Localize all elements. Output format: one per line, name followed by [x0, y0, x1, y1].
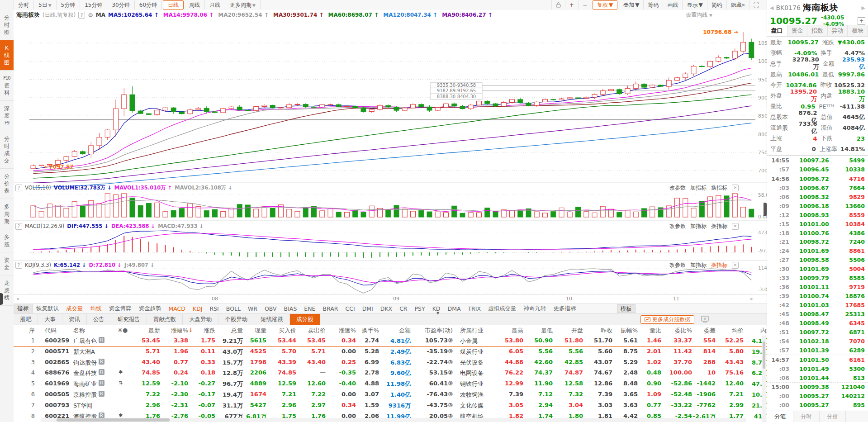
tick-tab-分笔[interactable]: 分笔 — [767, 411, 793, 422]
period-tab-周线[interactable]: 周线 — [185, 0, 205, 9]
col-header-所属行业[interactable]: 所属行业 — [460, 327, 484, 335]
tool-button-zoom-in[interactable]: + — [565, 0, 578, 9]
col-header-委比%[interactable]: 委比% — [675, 327, 692, 335]
tab-indicator-更多指标[interactable]: 更多指标 — [550, 305, 580, 313]
help-icon[interactable]: ? — [15, 223, 22, 230]
close-indicator-icon[interactable]: ✕ — [732, 185, 739, 191]
table-row-000505[interactable]: 6000505京粮控股R7.22-2.30-0.1719.4万16747.217… — [14, 389, 767, 400]
scroll-left-icon[interactable]: « — [16, 296, 19, 302]
collapse-caret-icon[interactable]: ▼ — [436, 311, 439, 315]
tick-row[interactable]: :0310101.495300 — [767, 364, 868, 373]
tab-indicator-DMI[interactable]: DMI — [359, 305, 377, 312]
col-header-最新[interactable]: 最新 — [148, 327, 160, 335]
kline-chart[interactable]: 10500.0010000.009500.009000.008500.00800… — [14, 10, 767, 295]
tool-button-显示[interactable]: 显示▼ — [682, 0, 707, 9]
help-icon[interactable]: ? — [15, 185, 22, 191]
tab-indicator-MACD[interactable]: MACD — [165, 305, 189, 312]
tool-button-筹码[interactable]: 筹码 — [643, 0, 663, 9]
tick-row[interactable]: 14:5510097.265499 — [767, 156, 868, 165]
tool-button-zoom-out[interactable]: − — [578, 0, 591, 9]
col-header-最高[interactable]: 最高 — [512, 327, 523, 335]
tab-indicator-BRAR[interactable]: BRAR — [319, 305, 342, 312]
tab-news-大盘异动[interactable]: 大盘异动 — [183, 314, 218, 325]
control-加指标[interactable]: 加指标 — [690, 261, 707, 269]
control-加指标[interactable]: 加指标 — [690, 184, 707, 192]
tick-row[interactable]: :0010095.27895 — [767, 401, 868, 410]
col-header-均价[interactable]: 均价 — [732, 327, 744, 335]
tool-button-fullscreen[interactable] — [749, 0, 763, 9]
control-换指标[interactable]: 换指标 — [711, 223, 727, 230]
col-header-金额[interactable]: 金额 — [399, 327, 411, 335]
tick-row[interactable]: :4210101.0317685 — [767, 301, 868, 310]
col-header-marks[interactable]: ※● — [118, 327, 128, 333]
tab-news-股吧[interactable]: 股吧 — [14, 314, 38, 325]
col-header-code[interactable]: 代码 — [45, 327, 57, 335]
table-row-688676[interactable]: 4688676金盘科技R✱74.850.240.1812.8万220674.85… — [14, 368, 767, 379]
period-tab-60分钟[interactable]: 60分钟 — [135, 0, 162, 9]
table-row-600259[interactable]: 1600259广晟有色R53.453.381.759.21万561553.445… — [14, 336, 767, 347]
tab-template[interactable]: 模板 — [617, 304, 636, 313]
help-icon[interactable]: ? — [15, 262, 22, 269]
tool-button-隐藏»[interactable]: 隐藏» — [726, 0, 749, 9]
tab-indicator-CR[interactable]: CR — [396, 305, 411, 312]
sidebar-collapse-handle[interactable] — [0, 293, 3, 305]
tab-indicator-OBV[interactable]: OBV — [261, 305, 280, 312]
tab-indicator-BOLL[interactable]: BOLL — [223, 305, 244, 312]
col-header-昨收[interactable]: 昨收 — [601, 327, 612, 335]
tab-news-资讯[interactable]: 资讯 — [62, 314, 87, 325]
table-horizontal-scrollbar[interactable] — [41, 418, 746, 422]
tick-row[interactable]: :0310096.677664 — [767, 183, 868, 192]
col-header-开盘[interactable]: 开盘 — [571, 327, 583, 335]
col-header-买入价[interactable]: 买入价 — [279, 327, 296, 335]
tick-row[interactable]: 14:5710101.506161 — [767, 355, 868, 364]
tab-indicator-成交量[interactable]: 成交量 — [62, 305, 87, 313]
col-header-最低[interactable]: 最低 — [541, 327, 553, 335]
tick-row[interactable]: :2410101.698861 — [767, 247, 868, 256]
tool-button-叠加[interactable]: 叠加▼ — [619, 0, 643, 9]
table-vertical-scrollbar[interactable] — [762, 336, 766, 422]
tab-indicator-DMA[interactable]: DMA — [444, 305, 465, 312]
tab-indicator-ENE[interactable]: ENE — [300, 305, 319, 312]
prev-stock-arrow[interactable]: ◀ — [770, 5, 773, 11]
tick-row[interactable]: :4810098.496345 — [767, 318, 868, 327]
close-indicator-icon[interactable]: ✕ — [732, 262, 739, 269]
tab-news-大事[interactable]: 大事 — [38, 314, 62, 325]
table-row-000793[interactable]: 7000793ST华闻2.96-2.31-0.0731.1万54272.962.… — [14, 400, 767, 411]
tick-row[interactable]: :5710101.396289 — [767, 346, 868, 355]
tab-indicator-神奇九转[interactable]: 神奇九转 — [520, 305, 550, 313]
sidebar-item-f10ziliao[interactable]: F10资料 — [0, 71, 14, 101]
col-header-委差[interactable]: 委差 — [704, 327, 716, 335]
period-tab-分时[interactable]: 分时 — [14, 0, 34, 9]
tool-button-简约[interactable]: 简约 — [707, 0, 726, 9]
period-tab-30分钟[interactable]: 30分钟 — [107, 0, 134, 9]
table-row-000571[interactable]: 2000571新大洲A5.711.960.1143.0万45255.705.71… — [14, 346, 767, 357]
control-改参数[interactable]: 改参数 — [669, 184, 686, 192]
col-header-涨速%[interactable]: 涨速% — [339, 327, 356, 335]
tick-row[interactable]: :0010095.27140212 — [767, 392, 868, 401]
period-tab-5分钟[interactable]: 5分钟 — [57, 0, 81, 9]
col-header-换手%[interactable]: 换手% — [362, 327, 379, 335]
control-换指标[interactable]: 换指标 — [711, 184, 727, 192]
sidebar-item-shendu-f9[interactable]: 深度F9 — [0, 101, 14, 131]
col-header-振幅%[interactable]: 振幅% — [621, 327, 638, 335]
sidebar-item-fenshichengjiao[interactable]: 分时成交 — [0, 131, 14, 169]
tab-indicator-TRIX[interactable]: TRIX — [464, 305, 484, 312]
save-data-icon[interactable] — [701, 316, 709, 324]
tab-indicator-DKX[interactable]: DKX — [377, 305, 396, 312]
tick-row[interactable]: :5110097.726871 — [767, 327, 868, 337]
period-tab-日线[interactable]: 日线 — [163, 0, 184, 9]
tab-news-贡献点数[interactable]: 贡献点数 — [147, 314, 183, 325]
tick-row[interactable]: :0910096.1813660 — [767, 201, 868, 210]
tab-news-短线涨跌[interactable]: 短线涨跌 — [254, 314, 290, 325]
table-row-601969[interactable]: 5601969海南矿业R⇅12.59-2.10-0.2796.7万488912.… — [14, 379, 767, 389]
tick-row[interactable]: :0610101.44813 — [767, 373, 868, 382]
tool-button-画线[interactable]: 画线 — [663, 0, 682, 9]
tick-tab-分时[interactable]: 分时 — [793, 411, 820, 422]
tick-row[interactable]: :5710096.4510338 — [767, 165, 868, 174]
tick-row[interactable]: :2710098.585506 — [767, 256, 868, 265]
period-tab-15分钟[interactable]: 15分钟 — [80, 0, 107, 9]
scroll-right-icon[interactable]: » — [750, 296, 753, 302]
tick-row[interactable]: 14:5610096.724716 — [767, 174, 868, 183]
close-indicator-icon[interactable]: ✕ — [732, 223, 739, 230]
tab-indicator-PSY[interactable]: PSY — [411, 305, 429, 312]
